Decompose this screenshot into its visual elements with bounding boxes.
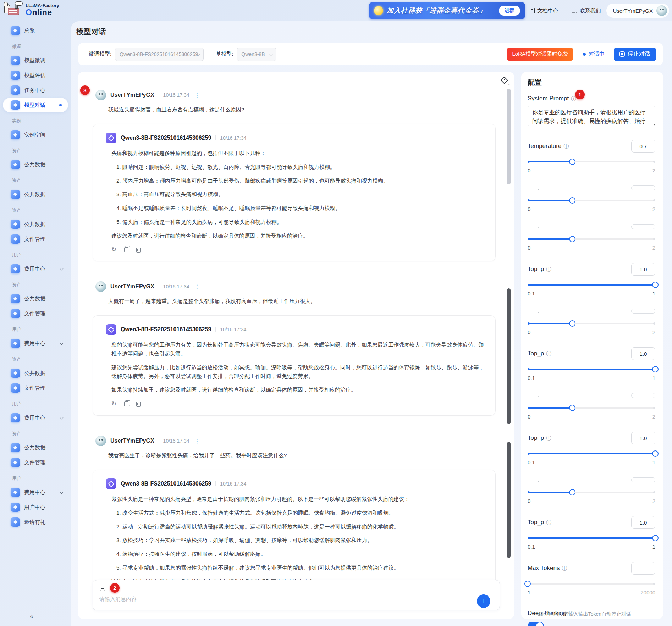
slider-handle[interactable]	[652, 282, 659, 288]
more-icon[interactable]: ⋮	[194, 92, 200, 99]
sidebar-item-模型对话[interactable]: 模型对话	[3, 98, 68, 112]
copy-icon[interactable]	[124, 247, 128, 252]
ghost-slider[interactable]	[528, 236, 655, 243]
sidebar-item-任务中心[interactable]: 任务中心	[3, 83, 68, 97]
brand-logo[interactable]: LLaMA-Factory Online	[4, 1, 59, 18]
sidebar-item-实例空间[interactable]: 实例空间	[3, 128, 68, 142]
param-slider[interactable]	[528, 450, 655, 457]
assistant-message-card: Qwen3-8B-FS2025101614530625910/16 17:34头…	[93, 124, 496, 261]
sidebar-item-费用中心[interactable]: 费用中心	[3, 336, 68, 350]
info-icon[interactable]: ⓘ	[546, 435, 551, 442]
banner-text: 加入社群获「进群金喜代金券」	[387, 6, 499, 15]
slider-handle[interactable]	[569, 405, 575, 411]
param-slider[interactable]	[528, 281, 655, 288]
sidebar-item-费用中心[interactable]: 费用中心	[3, 485, 68, 499]
stop-chat-button[interactable]: 停止对话	[614, 48, 656, 61]
finetune-model-select[interactable]: Qwen3-8B-FS20251016145306259	[115, 48, 204, 61]
param-top_p: Top_pⓘ1.00.11	[528, 263, 655, 297]
slider-handle[interactable]	[569, 236, 575, 242]
ghost-slider[interactable]	[528, 197, 655, 204]
scrollbar-up-icon[interactable]: ▲	[507, 83, 511, 86]
sidebar-item-label: 费用中心	[24, 415, 45, 421]
ghost-slider[interactable]	[528, 320, 655, 327]
community-banner[interactable]: 加入社群获「进群金喜代金券」 进群	[369, 2, 525, 19]
user-menu[interactable]: UserTYmEPyGX	[606, 4, 669, 18]
attach-file-icon[interactable]	[100, 585, 105, 591]
ghost-header-row	[528, 224, 655, 230]
param-slider[interactable]	[528, 534, 655, 542]
sidebar-section-label: 用户	[0, 470, 71, 484]
send-button[interactable]: ↑	[477, 594, 490, 608]
info-icon[interactable]: ⓘ	[546, 519, 551, 526]
slider-handle[interactable]	[569, 489, 575, 495]
copy-icon[interactable]	[124, 401, 128, 406]
param-value-box[interactable]: 1.0	[631, 347, 655, 360]
sidebar-item-文件管理[interactable]: 文件管理	[3, 306, 68, 321]
sidebar-item-用户中心[interactable]: 用户中心	[3, 500, 68, 514]
sidebar-item-公共数据[interactable]: 公共数据	[3, 366, 68, 380]
slider-handle[interactable]	[569, 320, 575, 327]
deep-thinking-toggle[interactable]	[528, 622, 544, 626]
sidebar-item-总览[interactable]: 总览	[3, 23, 68, 38]
sidebar-item-公共数据[interactable]: 公共数据	[3, 441, 68, 455]
scrollbar-thumb[interactable]	[507, 89, 511, 184]
info-icon[interactable]: ⓘ	[546, 350, 551, 357]
info-icon[interactable]: ⓘ	[563, 143, 569, 150]
regenerate-icon[interactable]: ↻	[111, 400, 116, 408]
sidebar-item-公共数据[interactable]: 公共数据	[3, 157, 68, 172]
ghost-slider[interactable]	[528, 404, 655, 411]
info-icon[interactable]: ⓘ	[562, 565, 567, 572]
sidebar-item-文件管理[interactable]: 文件管理	[3, 232, 68, 246]
sidebar-item-公共数据[interactable]: 公共数据	[3, 217, 68, 231]
sidebar-item-文件管理[interactable]: 文件管理	[3, 381, 68, 395]
param-value-box[interactable]	[631, 562, 655, 575]
page-title: 模型对话	[76, 27, 106, 37]
slider-handle[interactable]	[652, 366, 659, 372]
slider-handle[interactable]	[569, 197, 575, 204]
param-value-box[interactable]: 1.0	[631, 432, 655, 444]
more-icon[interactable]: ⋮	[194, 438, 200, 444]
sidebar-item-公共数据[interactable]: 公共数据	[3, 187, 68, 201]
config-panel: 1 配置 System Promptⓘ Temperatureⓘ0.702020…	[521, 72, 663, 619]
scrollbar-thumb-dark[interactable]	[507, 442, 511, 558]
tag-icon[interactable]	[501, 77, 508, 84]
sidebar-item-费用中心[interactable]: 费用中心	[3, 262, 68, 276]
slider-max-label: 2	[652, 245, 655, 251]
collapse-sidebar-icon[interactable]: «	[30, 613, 33, 620]
assistant-message-card: Qwen3-8B-FS2025101614530625910/16 17:34您…	[93, 315, 496, 416]
delete-icon[interactable]	[136, 402, 141, 407]
sidebar-item-模型微调[interactable]: 模型微调	[3, 53, 68, 67]
message-input-box[interactable]: 2 ↑	[93, 580, 500, 610]
slider-handle[interactable]	[652, 450, 659, 457]
system-prompt-textarea[interactable]	[528, 106, 655, 126]
slider-handle[interactable]	[524, 581, 531, 587]
slider-handle[interactable]	[652, 535, 659, 541]
param-value-box[interactable]: 1.0	[631, 516, 655, 529]
base-model-select[interactable]: Qwen3-8B	[237, 48, 276, 61]
ghost-slider[interactable]	[528, 489, 655, 496]
param-slider[interactable]	[528, 580, 655, 587]
lora-promo-button[interactable]: LoRA模型对话限时免费	[507, 48, 573, 61]
file-manage-icon	[11, 458, 20, 467]
slider-track[interactable]	[528, 583, 655, 585]
sidebar-item-文件管理[interactable]: 文件管理	[3, 455, 68, 470]
sidebar-item-公共数据[interactable]: 公共数据	[3, 292, 68, 306]
delete-icon[interactable]	[136, 248, 141, 253]
slider-handle[interactable]	[569, 159, 575, 165]
info-icon[interactable]: ⓘ	[546, 266, 551, 273]
doc-center-link[interactable]: 文档中心	[530, 0, 558, 21]
more-icon[interactable]: ⋮	[194, 283, 200, 290]
slider-fill	[528, 161, 572, 162]
regenerate-icon[interactable]: ↻	[111, 246, 116, 253]
contact-us-link[interactable]: 联系我们	[572, 0, 601, 21]
sidebar-item-模型评估[interactable]: 模型评估	[3, 68, 68, 82]
param-value-box[interactable]: 0.7	[631, 140, 655, 153]
sidebar-item-邀请有礼[interactable]: 邀请有礼	[3, 515, 68, 529]
sidebar-item-费用中心[interactable]: 费用中心	[3, 411, 68, 425]
param-slider[interactable]	[528, 366, 655, 373]
param-slider[interactable]	[528, 158, 655, 165]
scrollbar-thumb-dark[interactable]	[507, 288, 511, 424]
join-group-button[interactable]: 进群	[499, 6, 520, 16]
message-input[interactable]	[99, 596, 384, 602]
param-value-box[interactable]: 1.0	[631, 263, 655, 276]
